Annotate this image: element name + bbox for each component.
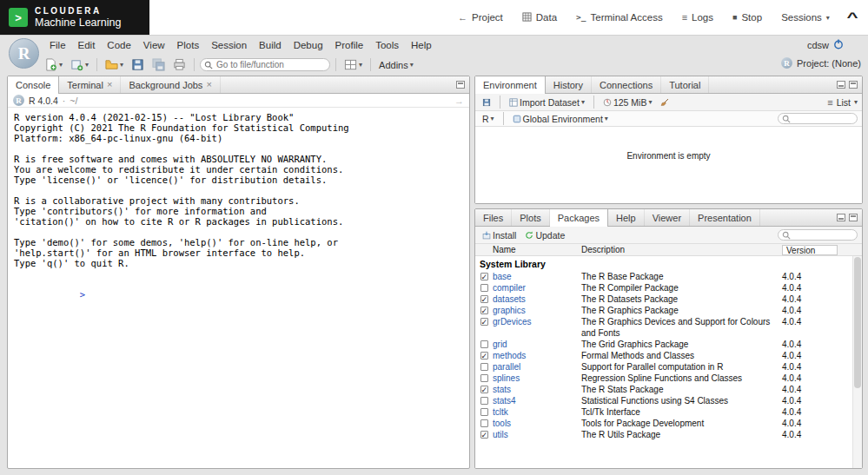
console-line: Type 'q()' to quit R. [14,258,463,268]
addins-button[interactable]: Addins ▾ [376,59,416,71]
nav-logs[interactable]: ≡ Logs [682,12,713,23]
user-widget[interactable]: cdsw [807,39,844,51]
close-icon[interactable]: × [107,80,112,89]
column-version[interactable]: Version [782,245,838,255]
menu-item[interactable]: Code [101,40,137,50]
project-selector[interactable]: R Project: (None) [781,57,861,69]
package-name-link[interactable]: compiler [493,282,581,294]
save-button[interactable] [129,57,147,72]
package-loaded-checkbox[interactable]: ✓ [475,282,493,292]
console-output[interactable]: R version 4.0.4 (2021-02-15) -- "Lost Li… [8,108,469,468]
package-loaded-checkbox[interactable]: ✓ [475,339,493,348]
tab[interactable]: Presentation [690,209,760,226]
vertical-scrollbar[interactable] [852,256,862,468]
tab[interactable]: Console × [8,76,59,94]
package-name-link[interactable]: base [493,271,581,282]
open-file-button[interactable]: ▾ [103,57,126,72]
package-loaded-checkbox[interactable]: ✓ [475,395,493,405]
sign-out-icon[interactable] [833,39,844,51]
collapse-topbar-button[interactable]: ^ [846,10,858,24]
scrollbar-thumb[interactable] [854,257,861,388]
package-loaded-checkbox[interactable]: ✓ [475,373,493,382]
nav-data[interactable]: Data [522,12,557,23]
menu-item[interactable]: File [43,40,72,50]
package-loaded-checkbox[interactable]: ✓ [475,350,493,360]
tab[interactable]: Plots [512,209,549,226]
nav-terminal-access[interactable]: >_ Terminal Access [576,12,663,23]
tab[interactable]: Files [475,209,512,226]
nav-project[interactable]: ← Project [458,12,503,23]
new-file-button[interactable]: ▾ [42,57,65,72]
package-loaded-checkbox[interactable]: ✓ [475,418,493,427]
package-name-link[interactable]: grDevices [493,316,581,327]
package-name-link[interactable]: parallel [493,361,581,373]
package-name-link[interactable]: utils [493,429,581,440]
tab[interactable]: Background Jobs × [121,76,220,93]
new-project-button[interactable]: ▾ [68,57,91,72]
package-loaded-checkbox[interactable]: ✓ [475,429,493,439]
package-loaded-checkbox[interactable]: ✓ [475,406,493,416]
menu-item[interactable]: View [137,40,171,50]
package-name-link[interactable]: stats [493,384,581,395]
package-name-link[interactable]: grid [493,339,581,350]
update-button[interactable]: Update [522,229,567,241]
menu-item[interactable]: Build [253,40,288,50]
package-loaded-checkbox[interactable]: ✓ [475,361,493,371]
package-loaded-checkbox[interactable]: ✓ [475,271,493,280]
package-loaded-checkbox[interactable]: ✓ [475,316,493,326]
goto-file-input[interactable] [200,58,330,71]
package-name-link[interactable]: tcltk [493,406,581,418]
console-line: You are welcome to redistribute it under… [14,164,463,175]
close-icon[interactable]: × [206,80,211,89]
tab[interactable]: Tutorial [661,76,709,93]
minimize-icon[interactable] [837,214,845,221]
tab[interactable]: Terminal × [59,76,121,93]
tab[interactable]: Packages [550,209,608,227]
save-workspace-button[interactable] [480,97,494,108]
panel-controls [837,209,862,226]
environment-scope-selector[interactable]: Global Environment ▾ [510,113,611,125]
workspace-panes-button[interactable]: ▾ [341,57,365,72]
menu-item[interactable]: Debug [288,40,329,50]
package-loaded-checkbox[interactable]: ✓ [475,294,493,303]
tab[interactable]: Viewer [645,209,690,226]
nav-stop[interactable]: ■ Stop [732,12,762,23]
package-name-link[interactable]: graphics [493,305,581,316]
column-name[interactable]: Name [493,245,581,254]
maximize-icon[interactable] [456,81,465,89]
install-button[interactable]: Install [480,229,519,241]
popout-arrow-icon[interactable]: → [454,96,464,106]
menu-item[interactable]: Help [405,40,438,50]
tab[interactable]: Connections [592,76,661,93]
clear-objects-button[interactable] [658,97,672,108]
tab[interactable]: History [546,76,592,93]
menu-item[interactable]: Plots [171,40,206,50]
memory-usage-button[interactable]: 125 MiB ▾ [600,96,655,109]
maximize-icon[interactable] [849,81,858,89]
package-loaded-checkbox[interactable]: ✓ [475,384,493,393]
package-name-link[interactable]: splines [493,373,581,384]
back-arrow-icon: ← [458,13,467,23]
package-loaded-checkbox[interactable]: ✓ [475,305,493,314]
tab[interactable]: Environment [475,76,546,94]
package-name-link[interactable]: datasets [493,294,581,305]
tab[interactable]: Help [608,209,645,226]
environment-body[interactable]: Environment is empty [475,127,862,203]
list-view-label[interactable]: List [837,97,851,108]
save-all-button[interactable] [149,57,168,72]
maximize-icon[interactable] [849,214,858,221]
package-name-link[interactable]: methods [493,350,581,361]
column-description[interactable]: Description [581,245,782,254]
menu-item[interactable]: Edit [72,40,102,50]
package-name-link[interactable]: tools [493,418,581,429]
minimize-icon[interactable] [837,81,845,89]
menu-item[interactable]: Profile [329,40,370,50]
working-directory[interactable]: ~/ [70,96,77,106]
package-name-link[interactable]: stats4 [493,395,581,406]
nav-sessions[interactable]: Sessions ▾ [781,12,830,23]
language-selector[interactable]: R ▾ [480,113,497,125]
print-button[interactable] [170,57,189,72]
import-dataset-button[interactable]: Import Dataset ▾ [507,96,587,109]
menu-item[interactable]: Session [205,40,253,50]
menu-item[interactable]: Tools [369,40,405,50]
